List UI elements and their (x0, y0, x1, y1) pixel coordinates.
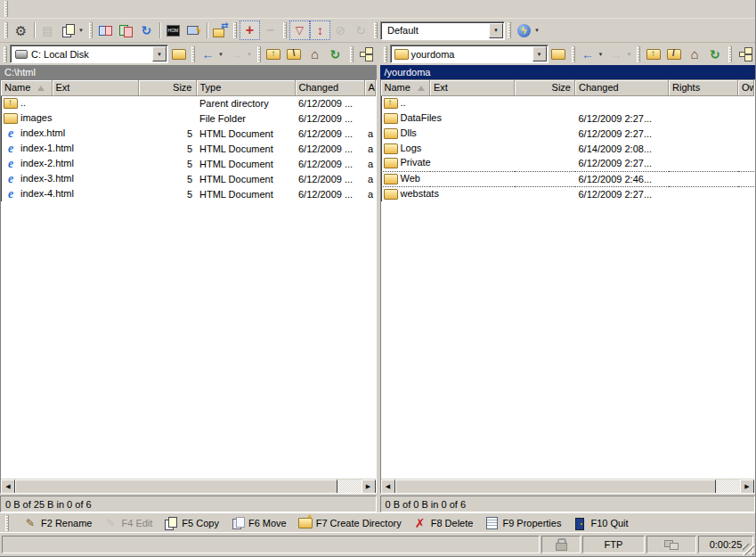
column-header-owner[interactable]: Owner (738, 80, 754, 95)
dropdown-caret[interactable]: ▼ (626, 52, 634, 57)
scroll-left-button[interactable]: ◀ (381, 479, 395, 494)
scroll-track[interactable] (716, 479, 740, 493)
toolbar-grip[interactable] (374, 22, 378, 38)
tree-button[interactable] (356, 45, 377, 64)
func-f10-button[interactable]: F10 Quit (573, 516, 628, 530)
remote-path-bar[interactable]: /yourdoma (380, 65, 756, 79)
file-row-Web[interactable]: Web6/12/2009 2:46... (381, 171, 754, 186)
list-empty-area[interactable] (381, 201, 755, 479)
file-row-index-4.html[interactable]: index-4.html5HTML Document6/12/2009 ...a (1, 186, 375, 201)
lightning-button[interactable] (514, 20, 534, 40)
toolbar-grip[interactable] (350, 46, 354, 62)
reload-gray-button[interactable] (351, 20, 371, 40)
unselect-minus-button[interactable] (260, 20, 280, 40)
file-row-Private[interactable]: Private6/12/2009 2:27... (381, 156, 754, 171)
func-f4-button[interactable]: F4 Edit (103, 516, 152, 530)
toolbar-grip[interactable] (572, 46, 575, 62)
filter-button[interactable] (289, 20, 310, 40)
new-session-button[interactable] (183, 20, 204, 40)
up-dir-button[interactable] (264, 45, 284, 64)
sort-updown-button[interactable] (310, 20, 330, 40)
scroll-left-button[interactable]: ◀ (1, 479, 15, 494)
scroll-right-button[interactable]: ▶ (740, 479, 754, 494)
column-header-size[interactable]: Size (515, 80, 575, 95)
select-plus-button[interactable] (240, 20, 260, 40)
file-row-index-1.html[interactable]: index-1.html5HTML Document6/12/2009 ...a (1, 141, 375, 156)
drive-selector[interactable]: C: Local Disk▼ (10, 45, 168, 63)
func-f8-button[interactable]: F8 Delete (413, 516, 474, 530)
root-slash-button[interactable] (663, 45, 684, 64)
combo-dropdown-button[interactable]: ▼ (152, 46, 167, 61)
toolbar-grip[interactable] (191, 46, 195, 62)
menu-grip[interactable] (4, 1, 8, 17)
column-header-changed[interactable]: Changed (575, 80, 669, 95)
scroll-thumb[interactable] (395, 479, 717, 494)
gear-button[interactable] (11, 20, 31, 40)
toolbar-grip[interactable] (257, 46, 261, 62)
file-row-Logs[interactable]: Logs6/14/2009 2:08... (381, 141, 754, 156)
func-f2-button[interactable]: F2 Rename (23, 516, 92, 530)
toolbar-grip[interactable] (508, 22, 511, 38)
dropdown-caret[interactable]: ▼ (598, 52, 606, 57)
refresh-dir-button[interactable] (704, 45, 725, 64)
scroll-right-button[interactable]: ▶ (362, 479, 376, 494)
toolbar-grip[interactable] (637, 46, 640, 62)
remote-directory-selector[interactable]: yourdoma▼ (390, 45, 549, 63)
home-button[interactable] (684, 45, 704, 64)
func-f9-button[interactable]: F9 Properties (484, 516, 561, 530)
swap-panels-button[interactable] (116, 20, 136, 40)
file-row-index.html[interactable]: index.html5HTML Document6/12/2009 ...a (1, 126, 375, 141)
func-f7-button[interactable]: F7 Create Directory (298, 516, 402, 530)
func-f5-button[interactable]: F5 Copy (164, 516, 219, 530)
file-row-index-3.html[interactable]: index-3.html5HTML Document6/12/2009 ...a (1, 171, 375, 186)
sync-browsing-button[interactable] (95, 20, 116, 40)
local-horizontal-scrollbar[interactable]: ◀ ▶ (1, 479, 376, 493)
refresh-dir-button[interactable] (325, 45, 345, 64)
column-header-ext[interactable]: Ext (52, 80, 138, 95)
sessions-button[interactable] (37, 20, 58, 40)
list-empty-area[interactable] (1, 201, 376, 479)
file-row-images[interactable]: imagesFile Folder6/12/2009 ... (1, 111, 375, 126)
toolbar-grip[interactable] (4, 46, 7, 62)
tree-button[interactable] (735, 45, 755, 64)
forward-button[interactable] (226, 45, 247, 64)
remote-horizontal-scrollbar[interactable]: ◀ ▶ (381, 479, 755, 493)
combo-dropdown-button[interactable]: ▼ (532, 46, 547, 61)
scroll-track[interactable] (337, 479, 362, 493)
local-path-bar[interactable]: C:\html (0, 65, 377, 79)
column-header-name[interactable]: Name (381, 80, 430, 95)
file-row-..[interactable]: ..Parent directory6/12/2009 ... (1, 95, 375, 111)
file-row-Dlls[interactable]: Dlls6/12/2009 2:27... (381, 126, 754, 141)
func-f6-button[interactable]: F6 Move (231, 516, 287, 530)
column-header-size[interactable]: Size (138, 80, 196, 95)
resize-grip[interactable] (743, 544, 754, 555)
root-backslash-button[interactable] (284, 45, 305, 64)
dropdown-caret[interactable]: ▼ (534, 28, 542, 33)
column-header-attr[interactable]: Attr (364, 80, 375, 95)
column-header-rights[interactable]: Rights (669, 80, 738, 95)
back-button[interactable] (578, 45, 598, 64)
copy-pages-button[interactable] (58, 20, 78, 40)
file-row-webstats[interactable]: webstats6/12/2009 2:27... (381, 186, 754, 201)
file-row-..[interactable]: .. (381, 95, 754, 111)
combo-dropdown-button[interactable]: ▼ (489, 23, 503, 38)
back-button[interactable] (198, 45, 218, 64)
transfer-settings-combo[interactable]: Default▼ (380, 21, 505, 40)
dropdown-caret[interactable]: ▼ (78, 28, 86, 33)
dropdown-caret[interactable]: ▼ (247, 52, 255, 57)
no-filter-button[interactable] (330, 20, 351, 40)
toolbar-grip[interactable] (233, 22, 237, 38)
refresh-blue-button[interactable] (136, 20, 157, 40)
home-button[interactable] (305, 45, 325, 64)
open-dir-button[interactable] (549, 45, 569, 64)
column-header-type[interactable]: Type (196, 80, 295, 95)
column-header-changed[interactable]: Changed (295, 80, 364, 95)
console-button[interactable] (163, 20, 183, 40)
toolbar-grip[interactable] (4, 22, 8, 38)
file-row-index-2.html[interactable]: index-2.html5HTML Document6/12/2009 ...a (1, 156, 375, 171)
dropdown-caret[interactable]: ▼ (218, 52, 226, 57)
file-row-DataFiles[interactable]: DataFiles6/12/2009 2:27... (381, 111, 754, 126)
toolbar-grip[interactable] (384, 46, 387, 62)
toolbar-grip[interactable] (728, 46, 732, 62)
column-header-name[interactable]: Name (1, 80, 52, 95)
